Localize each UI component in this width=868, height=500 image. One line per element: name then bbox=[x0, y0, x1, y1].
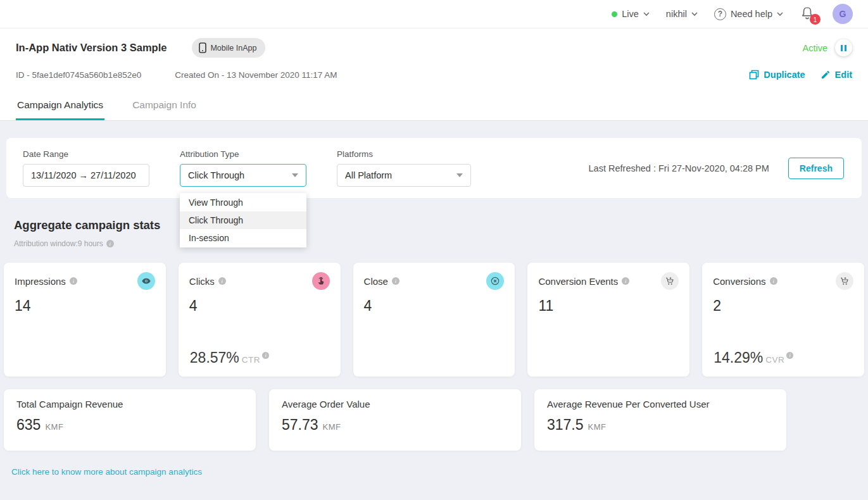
revenue-value: 635 bbox=[16, 416, 41, 434]
platforms-value: All Platform bbox=[345, 170, 392, 180]
help-menu[interactable]: ? Need help bbox=[714, 8, 783, 20]
attribution-type-group: Attribution Type Click Through View Thro… bbox=[180, 149, 306, 187]
stat-card-impressions: Impressions i 14 bbox=[4, 263, 166, 377]
date-range-group: Date Range 13/11/2020 → 27/11/2020 bbox=[23, 149, 149, 187]
info-icon[interactable]: i bbox=[786, 352, 793, 359]
filters-panel: Date Range 13/11/2020 → 27/11/2020 Attri… bbox=[6, 138, 862, 198]
stat-value: 11 bbox=[538, 297, 679, 315]
info-icon[interactable]: i bbox=[770, 277, 777, 285]
platforms-label: Platforms bbox=[337, 149, 471, 159]
revenue-card-aov: Average Order Value 57.73 KMF bbox=[269, 389, 521, 451]
cvr-value: 14.29% bbox=[714, 349, 763, 366]
chevron-down-icon bbox=[691, 12, 698, 16]
cvr-label: CVR bbox=[765, 355, 784, 365]
tab-campaign-info[interactable]: Campaign Info bbox=[131, 91, 198, 120]
mobile-phone-icon bbox=[199, 42, 206, 53]
top-bar: Live nikhil ? Need help 1 G bbox=[0, 0, 868, 28]
stat-label: Conversions bbox=[713, 276, 765, 287]
option-in-session[interactable]: In-session bbox=[180, 229, 306, 247]
chevron-down-icon bbox=[456, 173, 463, 177]
stat-label: Close bbox=[364, 276, 388, 287]
info-icon[interactable]: i bbox=[262, 352, 269, 359]
avatar[interactable]: G bbox=[833, 4, 853, 24]
info-icon[interactable]: i bbox=[218, 277, 226, 285]
stat-value: 2 bbox=[713, 297, 853, 315]
attribution-type-dropdown: View Through Click Through In-session bbox=[180, 193, 306, 247]
duplicate-label: Duplicate bbox=[764, 70, 805, 80]
currency-label: KMF bbox=[45, 422, 63, 432]
stat-value: 4 bbox=[364, 297, 505, 315]
stat-value: 14 bbox=[15, 297, 155, 315]
revenue-label: Total Campaign Revenue bbox=[16, 399, 243, 409]
live-label: Live bbox=[622, 9, 639, 19]
attribution-type-select[interactable]: Click Through bbox=[180, 164, 306, 187]
channel-badge: Mobile InApp bbox=[192, 38, 265, 58]
platforms-select[interactable]: All Platform bbox=[337, 164, 471, 187]
refresh-button[interactable]: Refresh bbox=[788, 158, 844, 179]
revenue-label: Average Order Value bbox=[282, 399, 508, 409]
stat-value: 4 bbox=[189, 297, 330, 315]
stat-card-conversions: Conversions i 2 14.29% CVR i bbox=[702, 263, 864, 377]
edit-pencil-icon bbox=[821, 70, 831, 80]
campaign-header: In-App Nativ Version 3 Sample Mobile InA… bbox=[0, 28, 868, 91]
question-circle-icon: ? bbox=[714, 8, 726, 20]
date-range-input[interactable]: 13/11/2020 → 27/11/2020 bbox=[23, 164, 149, 187]
section-title: Aggregate campaign stats bbox=[14, 218, 860, 232]
eye-icon bbox=[137, 272, 155, 290]
campaign-title: In-App Nativ Version 3 Sample bbox=[16, 42, 167, 54]
revenue-value: 317.5 bbox=[547, 416, 584, 434]
user-menu[interactable]: nikhil bbox=[666, 9, 698, 19]
ctr-value: 28.57% bbox=[190, 349, 239, 366]
option-click-through[interactable]: Click Through bbox=[180, 211, 306, 229]
attribution-type-label: Attribution Type bbox=[180, 149, 306, 159]
stat-card-clicks: Clicks i 4 28.57% CTR i bbox=[179, 263, 341, 377]
status-badge: Active bbox=[803, 43, 828, 53]
created-on: Created On - 13 November 2020 11:17 AM bbox=[175, 70, 337, 80]
date-range-label: Date Range bbox=[23, 149, 149, 159]
currency-label: KMF bbox=[588, 422, 607, 432]
help-label: Need help bbox=[731, 9, 772, 19]
stat-label: Conversion Events bbox=[538, 276, 618, 287]
ctr-label: CTR bbox=[242, 355, 260, 365]
tab-campaign-analytics[interactable]: Campaign Analytics bbox=[16, 91, 104, 120]
environment-switcher[interactable]: Live bbox=[612, 9, 650, 19]
live-status-dot bbox=[612, 11, 617, 17]
info-icon[interactable]: i bbox=[392, 277, 399, 285]
option-view-through[interactable]: View Through bbox=[180, 194, 306, 211]
campaign-id: ID - 5fae1def0745a560b1e852e0 bbox=[16, 70, 141, 80]
attribution-type-value: Click Through bbox=[188, 170, 244, 180]
duplicate-icon bbox=[749, 70, 759, 80]
edit-button[interactable]: Edit bbox=[821, 70, 852, 80]
tap-icon bbox=[312, 272, 330, 290]
last-refreshed-text: Last Refreshed : Fri 27-Nov-2020, 04:28 … bbox=[589, 163, 769, 173]
revenue-label: Average Revenue Per Converted User bbox=[547, 399, 774, 409]
campaign-analytics-help-link[interactable]: Click here to know more about campaign a… bbox=[11, 467, 202, 477]
currency-label: KMF bbox=[323, 422, 341, 432]
info-icon[interactable]: i bbox=[622, 277, 629, 285]
stat-label: Impressions bbox=[15, 276, 66, 287]
aggregate-stats-header: Aggregate campaign stats Attribution win… bbox=[14, 218, 860, 248]
cart-plus-icon bbox=[661, 272, 679, 290]
notifications-button[interactable]: 1 bbox=[800, 6, 816, 22]
close-circle-icon bbox=[486, 272, 504, 290]
platforms-group: Platforms All Platform bbox=[337, 149, 471, 187]
stat-cards-row: Impressions i 14 Clicks i 4 28.57% CTR i… bbox=[4, 263, 864, 377]
chevron-down-icon bbox=[643, 12, 650, 16]
info-icon[interactable]: i bbox=[106, 240, 114, 247]
revenue-card-arpcu: Average Revenue Per Converted User 317.5… bbox=[534, 389, 786, 451]
cart-plus-icon bbox=[836, 272, 853, 290]
stat-label: Clicks bbox=[189, 276, 215, 287]
edit-label: Edit bbox=[835, 70, 852, 80]
stat-card-close: Close i 4 bbox=[353, 263, 515, 377]
chevron-down-icon bbox=[777, 12, 783, 16]
pause-button[interactable] bbox=[835, 39, 852, 56]
revenue-card-total: Total Campaign Revenue 635 KMF bbox=[4, 389, 256, 451]
stat-card-conversion-events: Conversion Events i 11 bbox=[527, 263, 689, 377]
attribution-window-text: Attribution window:9 hours bbox=[14, 239, 103, 248]
channel-badge-label: Mobile InApp bbox=[210, 44, 256, 53]
duplicate-button[interactable]: Duplicate bbox=[749, 70, 805, 80]
revenue-value: 57.73 bbox=[282, 416, 318, 434]
user-name: nikhil bbox=[666, 9, 687, 19]
info-icon[interactable]: i bbox=[70, 277, 77, 285]
revenue-cards-row: Total Campaign Revenue 635 KMF Average O… bbox=[4, 389, 864, 451]
